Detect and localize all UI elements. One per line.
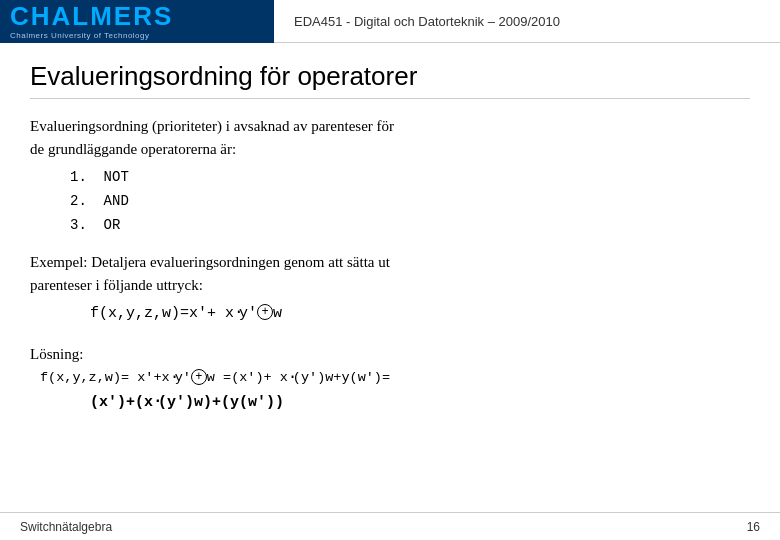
chalmers-logo: CHALMERS — [10, 2, 274, 31]
solution-formula2: (x')+(x·(y')w)+(y(w')) — [90, 390, 750, 416]
dot-operator: · — [288, 369, 293, 385]
example-line1: Exempel: Detaljera evalueringsordningen … — [30, 254, 390, 270]
example-line2: parenteser i följande uttryck: — [30, 277, 203, 293]
dot-operator: · — [234, 304, 239, 320]
intro-paragraph: Evalueringsordning (prioriteter) i avsak… — [30, 115, 750, 160]
logo-area: CHALMERS Chalmers University of Technolo… — [0, 0, 274, 43]
solution-section: Lösning: f(x,y,z,w)= x'+x·y'+w =(x')+ x·… — [30, 346, 750, 415]
operator-list: 1. NOT 2. AND 3. OR — [70, 166, 750, 237]
footer: Switchnätalgebra 16 — [0, 512, 780, 540]
oplus-symbol: + — [191, 369, 207, 385]
list-item: 2. AND — [70, 190, 750, 214]
solution-label: Lösning: — [30, 346, 750, 363]
footer-left: Switchnätalgebra — [20, 520, 112, 534]
page-heading: Evalueringsordning för operatorer — [30, 61, 750, 99]
example-formula: f(x,y,z,w)=x'+ x·y'+w — [90, 302, 750, 326]
intro-line2: de grundläggande operatorerna är: — [30, 141, 236, 157]
footer-right: 16 — [747, 520, 760, 534]
header: CHALMERS Chalmers University of Technolo… — [0, 0, 780, 43]
logo-subtitle: Chalmers University of Technology — [10, 31, 274, 40]
list-item: 3. OR — [70, 214, 750, 238]
course-title: EDA451 - Digital och Datorteknik – 2009/… — [274, 14, 560, 29]
example-paragraph: Exempel: Detaljera evalueringsordningen … — [30, 251, 750, 296]
dot-operator: · — [170, 369, 175, 385]
oplus-symbol: + — [257, 304, 273, 320]
intro-line1: Evalueringsordning (prioriteter) i avsak… — [30, 118, 394, 134]
solution-formula1: f(x,y,z,w)= x'+x·y'+w =(x')+ x·(y')w+y(w… — [40, 367, 750, 390]
list-item: 1. NOT — [70, 166, 750, 190]
main-content: Evalueringsordning för operatorer Evalue… — [0, 43, 780, 426]
dot-operator: · — [153, 393, 158, 409]
